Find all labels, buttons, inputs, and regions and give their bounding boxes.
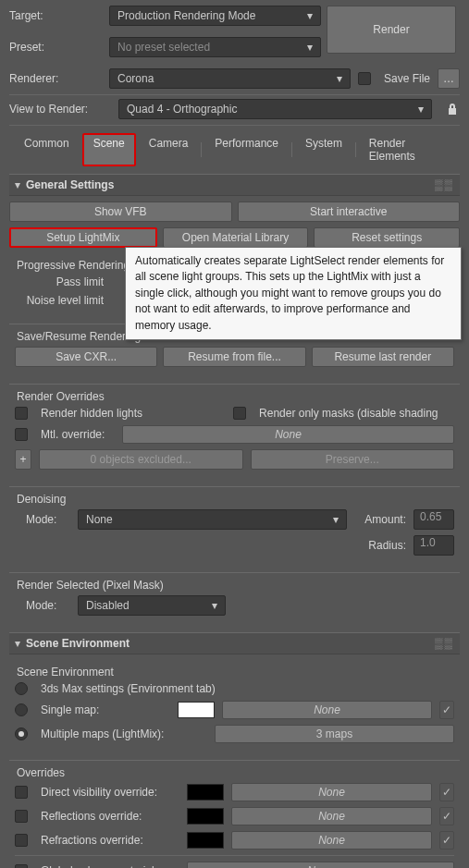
divider [9, 125, 460, 126]
scene-environment-header[interactable]: ▾ Scene Environment ▒▒ [9, 632, 460, 654]
scene-env-sub-title: Scene Environment [15, 664, 454, 682]
direct-vis-toggle[interactable]: ✓ [439, 783, 454, 801]
reflections-swatch[interactable] [187, 808, 224, 825]
mtl-override-label: Mtl. override: [41, 428, 115, 441]
more-button[interactable]: … [438, 68, 460, 89]
divider [9, 94, 460, 95]
save-file-label: Save File [384, 72, 430, 85]
section-title: Scene Environment [26, 637, 130, 650]
renderer-label: Renderer: [9, 72, 102, 85]
chevron-down-icon: ▾ [337, 72, 342, 85]
render-selected-mode-dropdown[interactable]: Disabled ▾ [78, 595, 226, 616]
single-map-radio[interactable] [15, 703, 28, 716]
mtl-override-checkbox[interactable] [15, 428, 28, 441]
start-interactive-button[interactable]: Start interactive [238, 202, 461, 222]
tab-performance[interactable]: Performance [202, 133, 291, 166]
save-cxr-button[interactable]: Save CXR... [15, 347, 157, 367]
save-file-checkbox[interactable] [358, 72, 371, 85]
denoising-title: Denoising [15, 491, 454, 509]
render-selected-title: Render Selected (Pixel Mask) [15, 577, 454, 595]
mtl-override-map-button[interactable]: None [122, 425, 454, 444]
general-settings-header[interactable]: ▾ General Settings ▒▒ [9, 174, 460, 196]
amount-spinner[interactable]: 0.65 [413, 509, 454, 530]
tab-system[interactable]: System [292, 133, 355, 166]
denoising-mode-dropdown[interactable]: None ▾ [78, 509, 347, 530]
tab-common[interactable]: Common [11, 133, 82, 166]
direct-vis-map-button[interactable]: None [231, 783, 432, 801]
lock-icon[interactable] [445, 102, 460, 116]
denoising-mode-value: None [86, 513, 113, 526]
render-masks-label: Render only masks (disable shading [259, 407, 438, 420]
radius-spinner[interactable]: 1.0 [413, 535, 454, 556]
objects-excluded-button[interactable]: 0 objects excluded... [39, 449, 243, 470]
single-map-label: Single map: [41, 703, 170, 716]
render-hidden-label: Render hidden lights [41, 407, 142, 420]
global-volume-map-button[interactable]: None [187, 862, 454, 868]
single-map-swatch[interactable] [178, 702, 215, 718]
resume-from-file-button[interactable]: Resume from file... [163, 347, 305, 367]
setup-lightmix-button[interactable]: Setup LightMix [9, 227, 157, 248]
refractions-toggle[interactable]: ✓ [439, 831, 454, 850]
open-material-library-button[interactable]: Open Material Library [163, 227, 309, 248]
max-settings-radio[interactable] [15, 682, 28, 695]
show-vfb-button[interactable]: Show VFB [9, 202, 232, 222]
single-map-toggle[interactable]: ✓ [439, 701, 454, 719]
preset-label: Preset: [9, 41, 102, 54]
reset-settings-button[interactable]: Reset settings [314, 227, 460, 248]
view-dropdown[interactable]: Quad 4 - Orthographic ▾ [118, 99, 432, 119]
multiple-maps-label: Multiple maps (LightMix): [41, 727, 207, 740]
reflections-toggle[interactable]: ✓ [439, 807, 454, 825]
chevron-down-icon: ▾ [212, 599, 217, 612]
single-map-button[interactable]: None [222, 701, 432, 719]
refractions-checkbox[interactable] [15, 834, 28, 847]
reflections-label: Reflections override: [41, 810, 179, 823]
collapse-icon: ▾ [15, 637, 20, 650]
noise-level-label: Noise level limit [15, 294, 104, 307]
global-volume-label: Global volume material: [41, 864, 179, 868]
view-value: Quad 4 - Orthographic [127, 103, 237, 116]
chevron-down-icon: ▾ [307, 9, 313, 22]
render-selected-mode-label: Mode: [15, 599, 70, 612]
refractions-swatch[interactable] [187, 832, 224, 849]
renderer-value: Corona [117, 72, 154, 85]
refractions-map-button[interactable]: None [231, 831, 432, 850]
direct-vis-label: Direct visibility override: [41, 786, 179, 799]
max-settings-label: 3ds Max settings (Environment tab) [41, 682, 216, 695]
multiple-maps-radio[interactable] [15, 727, 28, 740]
tab-camera[interactable]: Camera [136, 133, 202, 166]
render-button[interactable]: Render [327, 6, 456, 54]
tab-render-elements[interactable]: Render Elements [356, 133, 460, 166]
section-title: General Settings [26, 178, 114, 191]
pass-limit-label: Pass limit [15, 275, 104, 288]
global-volume-checkbox[interactable] [15, 864, 28, 868]
target-value: Production Rendering Mode [117, 9, 255, 22]
add-excluded-button[interactable]: + [15, 449, 31, 470]
amount-label: Amount: [354, 513, 406, 526]
renderer-dropdown[interactable]: Corona ▾ [109, 68, 351, 89]
direct-vis-swatch[interactable] [187, 784, 224, 801]
render-selected-mode-value: Disabled [86, 599, 130, 612]
tooltip: Automatically creates separate LightSele… [125, 247, 462, 340]
render-masks-checkbox[interactable] [233, 407, 246, 420]
target-label: Target: [9, 9, 102, 22]
reflections-map-button[interactable]: None [231, 807, 432, 825]
render-hidden-checkbox[interactable] [15, 407, 28, 420]
radius-label: Radius: [354, 539, 406, 552]
resume-last-button[interactable]: Resume last render [312, 347, 454, 367]
refractions-label: Refractions override: [41, 834, 179, 847]
preset-dropdown[interactable]: No preset selected ▾ [109, 37, 321, 57]
drag-handle-icon: ▒▒ [435, 637, 454, 650]
reflections-checkbox[interactable] [15, 810, 28, 823]
view-label: View to Render: [9, 103, 111, 116]
drag-handle-icon: ▒▒ [435, 178, 454, 191]
preserve-button[interactable]: Preserve... [251, 449, 455, 470]
direct-vis-checkbox[interactable] [15, 786, 28, 799]
multiple-maps-button[interactable]: 3 maps [215, 725, 454, 743]
tab-scene[interactable]: Scene [82, 133, 136, 166]
target-dropdown[interactable]: Production Rendering Mode ▾ [109, 6, 321, 26]
denoising-mode-label: Mode: [15, 513, 70, 526]
preset-value: No preset selected [117, 41, 210, 54]
collapse-icon: ▾ [15, 178, 20, 191]
chevron-down-icon: ▾ [333, 513, 339, 526]
tabs: Common Scene Camera Performance System R… [9, 129, 460, 170]
